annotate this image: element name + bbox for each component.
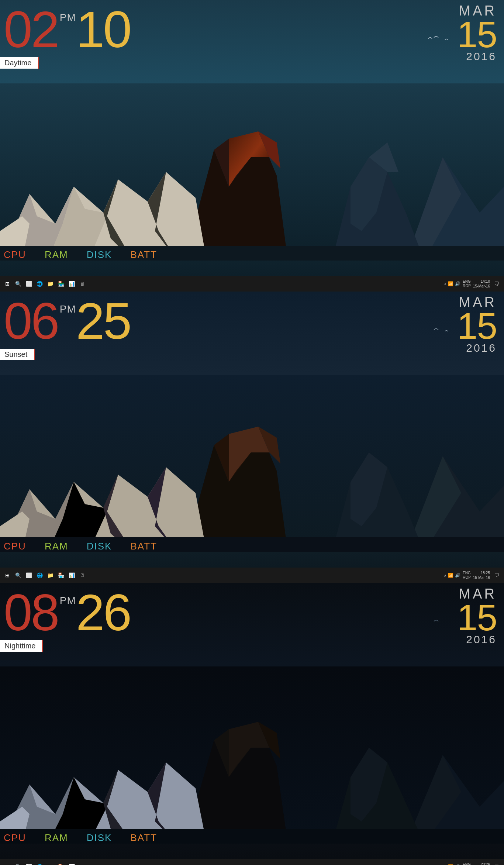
- task-view-night[interactable]: ⬜: [24, 862, 33, 865]
- chrome-icon-night[interactable]: 🌐: [35, 862, 44, 865]
- skin-label-sunset: Sunset: [0, 349, 35, 360]
- store-icon-day[interactable]: 🏪: [56, 279, 65, 288]
- taskbar-right-night: ∧ 📶 🔊 ENGROP 20:26 15-Mar-16 🗨: [444, 862, 501, 865]
- stat-disk-day: DISK: [87, 249, 112, 261]
- sunset-panel: 06 PM 25 MAR 15 2016 Sunset CPU RAM DISK…: [0, 292, 504, 568]
- chrome-icon-sunset[interactable]: 🌐: [35, 571, 44, 580]
- taskbar-right-day: ∧ 📶 🔊 ENGROP 14:10 15-Mar-16 🗨: [444, 279, 501, 289]
- volume-icon-day[interactable]: 🔊: [455, 281, 460, 286]
- chrome-icon-day[interactable]: 🌐: [35, 279, 44, 288]
- start-button-night[interactable]: ⊞: [3, 862, 12, 865]
- app-icon-night[interactable]: 🖥: [78, 862, 87, 865]
- stat-batt-night: BATT: [130, 832, 157, 844]
- store-icon-night[interactable]: 🏪: [56, 862, 65, 865]
- skin-label-night: Nighttime: [0, 640, 43, 652]
- stat-cpu-day: CPU: [4, 249, 26, 261]
- search-icon-day[interactable]: 🔍: [14, 279, 23, 288]
- folder-icon-night[interactable]: 📁: [46, 862, 55, 865]
- nighttime-panel: 08 PM 26 MAR 15 2016 Nighttime CPU RAM D…: [0, 583, 504, 859]
- app-icon-day[interactable]: 🖥: [78, 279, 87, 288]
- stat-cpu-sunset: CPU: [4, 541, 26, 552]
- birds-day: [427, 33, 456, 45]
- wifi-icon-day[interactable]: 📶: [448, 281, 453, 286]
- task-view-sunset[interactable]: ⬜: [24, 571, 33, 580]
- chevron-icon-sunset[interactable]: ∧: [444, 573, 446, 578]
- folder-icon-day[interactable]: 📁: [46, 279, 55, 288]
- stat-batt-day: BATT: [130, 249, 157, 261]
- lang-sunset: ENGROP: [463, 571, 471, 580]
- time-date-day: 14:10 15-Mar-16: [473, 279, 490, 289]
- taskbar-date-sunset: 15-Mar-16: [473, 575, 490, 580]
- systray-sunset: ∧ 📶 🔊: [444, 573, 460, 578]
- taskbar-night: ⊞ 🔍 ⬜ 🌐 📁 🏪 📊 🖥 ∧ 📶 🔊 ENGROP 20:26 15-Ma…: [0, 859, 504, 865]
- mountain-svg-sunset: [0, 375, 504, 552]
- taskbar-date-day: 15-Mar-16: [473, 284, 490, 289]
- skin-label-day: Daytime: [0, 57, 39, 69]
- mountain-svg-day: [0, 83, 504, 261]
- lang-night: ENGROP: [463, 862, 471, 865]
- task-view-day[interactable]: ⬜: [24, 279, 33, 288]
- birds-sunset: [427, 325, 456, 337]
- notif-icon-sunset[interactable]: 🗨: [492, 571, 501, 580]
- taskbar-time-night: 20:26: [473, 862, 490, 865]
- stat-ram-night: RAM: [45, 832, 68, 844]
- taskbar-time-day: 14:10: [473, 279, 490, 284]
- store-icon-sunset[interactable]: 🏪: [56, 571, 65, 580]
- taskbar-right-sunset: ∧ 📶 🔊 ENGROP 18:25 15-Mar-16 🗨: [444, 571, 501, 580]
- stat-cpu-night: CPU: [4, 832, 26, 844]
- stat-disk-sunset: DISK: [87, 541, 112, 552]
- stats-bar-night: CPU RAM DISK BATT: [4, 832, 157, 844]
- stats-bar-sunset: CPU RAM DISK BATT: [4, 541, 157, 552]
- taskbar-time-sunset: 18:25: [473, 571, 490, 575]
- excel-icon-sunset[interactable]: 📊: [67, 571, 76, 580]
- start-button-day[interactable]: ⊞: [3, 279, 12, 288]
- lang-day: ENGROP: [463, 279, 471, 288]
- taskbar-day: ⊞ 🔍 ⬜ 🌐 📁 🏪 📊 🖥 ∧ 📶 🔊 ENGROP 14:10 15-Ma…: [0, 276, 504, 292]
- excel-icon-night[interactable]: 📊: [67, 862, 76, 865]
- chevron-icon-day[interactable]: ∧: [444, 282, 446, 286]
- time-date-sunset: 18:25 15-Mar-16: [473, 571, 490, 580]
- taskbar-left-day: ⊞ 🔍 ⬜ 🌐 📁 🏪 📊 🖥: [3, 279, 442, 288]
- bird-svg-night: [427, 616, 456, 627]
- stats-bar-day: CPU RAM DISK BATT: [4, 249, 157, 261]
- stat-ram-sunset: RAM: [45, 541, 68, 552]
- mountain-svg-night: [0, 666, 504, 844]
- systray-day: ∧ 📶 🔊: [444, 281, 460, 286]
- search-icon-sunset[interactable]: 🔍: [14, 571, 23, 580]
- taskbar-sunset: ⊞ 🔍 ⬜ 🌐 📁 🏪 📊 🖥 ∧ 📶 🔊 ENGROP 18:25 15-Ma…: [0, 568, 504, 583]
- notif-icon-day[interactable]: 🗨: [492, 279, 501, 288]
- start-button-sunset[interactable]: ⊞: [3, 571, 12, 580]
- wifi-icon-sunset[interactable]: 📶: [448, 573, 453, 578]
- notif-icon-night[interactable]: 🗨: [492, 862, 501, 865]
- folder-icon-sunset[interactable]: 📁: [46, 571, 55, 580]
- bird-svg-sunset: [427, 325, 456, 336]
- volume-icon-sunset[interactable]: 🔊: [455, 573, 460, 578]
- app-icon-sunset[interactable]: 🖥: [78, 571, 87, 580]
- taskbar-left-sunset: ⊞ 🔍 ⬜ 🌐 📁 🏪 📊 🖥: [3, 571, 442, 580]
- stat-disk-night: DISK: [87, 832, 112, 844]
- search-icon-night[interactable]: 🔍: [14, 862, 23, 865]
- daytime-panel: 02 PM 10 MAR 15 2016 Daytime CPU RAM DIS…: [0, 0, 504, 276]
- stat-ram-day: RAM: [45, 249, 68, 261]
- stat-batt-sunset: BATT: [130, 541, 157, 552]
- excel-icon-day[interactable]: 📊: [67, 279, 76, 288]
- time-date-night: 20:26 15-Mar-16: [473, 862, 490, 865]
- bird-svg: [427, 33, 456, 44]
- birds-night: [427, 616, 456, 629]
- taskbar-left-night: ⊞ 🔍 ⬜ 🌐 📁 🏪 📊 🖥: [3, 862, 442, 865]
